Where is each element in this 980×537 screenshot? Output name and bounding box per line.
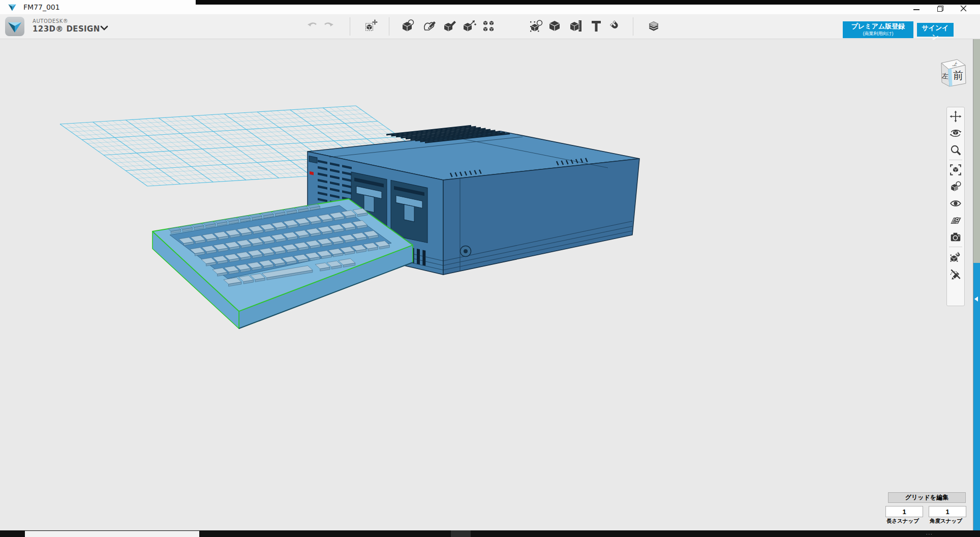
viewport-3d[interactable] xyxy=(0,0,980,537)
length-snap-input[interactable] xyxy=(885,506,923,517)
extrude-button[interactable] xyxy=(441,17,458,36)
toolbar-separator xyxy=(389,17,389,36)
zoom-button[interactable] xyxy=(948,142,963,158)
angle-snap-input[interactable] xyxy=(929,506,966,517)
chevron-down-icon xyxy=(99,22,110,34)
combine-button[interactable] xyxy=(546,17,563,36)
construction-button[interactable] xyxy=(645,17,662,36)
collapsed-panel-strip[interactable] xyxy=(973,263,980,530)
show-hide-button[interactable] xyxy=(948,196,963,211)
grid-visibility-button[interactable] xyxy=(948,213,963,228)
orbit-icon xyxy=(950,127,962,139)
pan-button[interactable] xyxy=(948,109,963,124)
nav-divider xyxy=(949,160,962,160)
angle-snap-label: 角度スナップ xyxy=(928,518,964,525)
fit-button[interactable] xyxy=(948,162,963,177)
camera-icon xyxy=(950,231,962,243)
smart-scale-icon xyxy=(462,19,476,33)
primitives-button[interactable] xyxy=(400,17,417,36)
snap-button[interactable] xyxy=(606,17,624,36)
text-icon xyxy=(589,19,603,33)
minimize-icon xyxy=(913,9,920,10)
screen-right-artifact xyxy=(973,39,980,263)
autodesk-logo-icon xyxy=(5,3,20,13)
brand-123d-design: 123D® DESIGN xyxy=(33,24,100,34)
premium-register-button[interactable]: プレミアム版登録 (商業利用向け) xyxy=(843,21,913,38)
taskbar-clock-fragment: ··· xyxy=(926,534,941,536)
sketch-icon xyxy=(422,19,437,33)
snap-magnet-icon xyxy=(608,19,622,33)
measure-icon xyxy=(569,19,583,33)
transform-move-button[interactable] xyxy=(362,17,380,36)
grid-eye-icon xyxy=(950,214,962,226)
taskbar-cutoff: ··· xyxy=(0,530,980,537)
sketch-button[interactable] xyxy=(421,17,438,36)
view-cube-front-label: 前 xyxy=(953,69,963,81)
panel-expand-arrow-icon[interactable] xyxy=(974,296,978,302)
nav-divider xyxy=(949,247,962,247)
screen-top-artifact xyxy=(196,0,980,5)
text-button[interactable] xyxy=(588,17,605,36)
main-menu-chevron[interactable] xyxy=(96,19,113,38)
screenshot-button[interactable] xyxy=(948,229,963,245)
construction-layers-icon xyxy=(647,19,661,33)
combine-icon xyxy=(547,19,562,33)
smart-scale-button[interactable] xyxy=(461,17,478,36)
restore-icon xyxy=(937,6,943,11)
view-cube[interactable]: 前 左 上 xyxy=(933,54,972,93)
redo-button[interactable] xyxy=(320,17,337,36)
eye-icon xyxy=(950,197,962,210)
primitives-icon xyxy=(401,19,415,33)
material-button[interactable] xyxy=(948,179,963,194)
sign-in-button[interactable]: サインイン xyxy=(917,23,954,37)
pattern-button[interactable] xyxy=(480,17,497,36)
transform-move-icon xyxy=(364,19,378,33)
pan-icon xyxy=(950,110,962,123)
toolbar-separator xyxy=(633,17,633,36)
undo-icon xyxy=(305,19,320,33)
premium-register-label: プレミアム版登録 xyxy=(846,22,910,31)
group-button[interactable] xyxy=(528,17,545,36)
material-icon xyxy=(950,181,962,193)
redo-icon xyxy=(321,19,335,33)
close-icon xyxy=(960,5,967,12)
app-menu-button[interactable] xyxy=(5,17,24,36)
taskbar-search-area[interactable] xyxy=(25,531,199,537)
group-icon xyxy=(529,19,543,33)
view-cube-left-label: 左 xyxy=(941,72,948,80)
snap-settings-button[interactable] xyxy=(948,249,963,264)
hide-sketches-icon xyxy=(950,267,962,280)
main-toolbar: AUTODESK® 123D® DESIGN xyxy=(0,14,980,39)
window-title: FM77_001 xyxy=(23,3,60,11)
orbit-button[interactable] xyxy=(948,126,963,141)
hide-sketches-button[interactable] xyxy=(948,266,963,281)
brand-autodesk: AUTODESK® xyxy=(33,18,100,24)
123d-logo-icon xyxy=(5,17,24,36)
model-keyboard[interactable] xyxy=(152,199,413,329)
taskbar-icon-block[interactable] xyxy=(451,530,471,537)
measure-button[interactable] xyxy=(567,17,585,36)
fit-icon xyxy=(950,164,962,176)
toolbar-separator xyxy=(350,17,350,36)
pattern-icon xyxy=(481,19,496,33)
app-window: FM77_001 AUTODESK® 123D® DESIG xyxy=(0,0,980,537)
edit-grid-button[interactable]: グリッドを編集 xyxy=(888,492,966,503)
snap-settings-icon xyxy=(950,251,962,263)
length-snap-label: 長さスナップ xyxy=(885,518,921,525)
premium-register-sublabel: (商業利用向け) xyxy=(846,31,910,37)
undo-button[interactable] xyxy=(304,17,321,36)
brand-block: AUTODESK® 123D® DESIGN xyxy=(33,18,100,34)
navigation-panel xyxy=(946,107,965,306)
zoom-icon xyxy=(950,144,962,156)
extrude-icon xyxy=(443,19,457,33)
